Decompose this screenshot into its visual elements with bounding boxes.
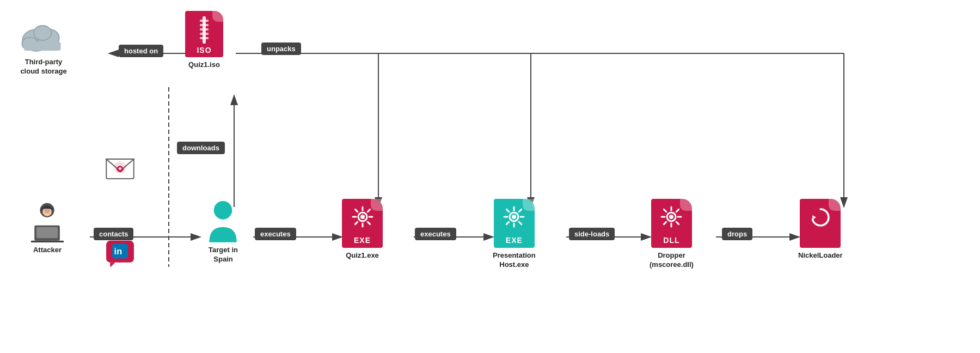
svg-line-66 — [677, 222, 679, 224]
svg-marker-28 — [110, 263, 115, 267]
svg-rect-16 — [24, 42, 61, 51]
target-node: Target in Spain — [204, 199, 242, 264]
dropper-icon: DLL — [651, 199, 692, 248]
executes2-label: executes — [415, 228, 456, 240]
svg-line-45 — [355, 209, 357, 211]
svg-rect-21 — [200, 28, 209, 31]
nickel-loader-icon — [800, 199, 841, 248]
unpacks-label: unpacks — [261, 42, 301, 55]
svg-point-60 — [669, 215, 673, 219]
attacker-label: Attacker — [33, 246, 62, 255]
quiz-exe-label: Quiz1.exe — [346, 251, 379, 260]
svg-line-67 — [677, 209, 679, 211]
svg-line-48 — [355, 222, 357, 224]
email-node — [105, 155, 135, 180]
side-loads-label: side-loads — [569, 228, 615, 240]
cloud-node: Third-party cloud storage — [19, 16, 68, 76]
attacker-icon — [28, 199, 66, 242]
svg-rect-19 — [200, 20, 209, 22]
svg-rect-23 — [200, 37, 209, 39]
pres-host-node: EXE Presentation Host.exe — [493, 199, 536, 270]
cloud-label: Third-party cloud storage — [20, 58, 66, 76]
pres-host-icon: EXE — [494, 199, 535, 248]
svg-marker-69 — [812, 215, 816, 220]
svg-line-46 — [367, 222, 370, 224]
downloads-label: downloads — [177, 142, 225, 154]
svg-line-57 — [519, 209, 522, 211]
pres-host-label: Presentation Host.exe — [493, 251, 536, 270]
iso-file-node: ISO Quiz1.iso — [185, 11, 223, 70]
nickel-loader-label: NickelLoader — [798, 251, 843, 260]
svg-point-37 — [44, 208, 50, 213]
quiz-exe-icon: EXE — [342, 199, 383, 248]
iso-file-label: Quiz1.iso — [188, 60, 220, 70]
attack-chain-diagram: Third-party cloud storage hosted on ISO … — [0, 0, 980, 353]
svg-point-50 — [512, 215, 516, 219]
dropper-label: Dropper (mscoree.dll) — [650, 251, 694, 270]
attacker-node: Attacker — [28, 199, 66, 255]
svg-point-17 — [34, 26, 51, 40]
svg-line-68 — [664, 222, 666, 224]
svg-rect-32 — [36, 227, 58, 239]
svg-line-65 — [664, 209, 666, 211]
nickel-loader-node: NickelLoader — [798, 199, 843, 260]
svg-text:in: in — [114, 246, 122, 256]
svg-rect-33 — [31, 241, 64, 242]
executes1-label: executes — [255, 228, 296, 240]
cloud-icon — [19, 16, 68, 54]
quiz-exe-node: EXE Quiz1.exe — [342, 199, 383, 260]
svg-rect-20 — [200, 24, 209, 26]
svg-point-38 — [214, 201, 232, 220]
iso-file-icon: ISO — [185, 11, 223, 57]
svg-line-47 — [367, 209, 370, 211]
email-icon — [105, 155, 135, 180]
target-label: Target in Spain — [209, 246, 238, 264]
svg-line-55 — [507, 209, 509, 211]
contacts-label: contacts — [94, 228, 133, 240]
linkedin-icon: in — [105, 240, 135, 267]
linkedin-node: in — [105, 240, 135, 267]
svg-line-56 — [519, 222, 522, 224]
svg-point-40 — [360, 215, 365, 219]
person-icon — [204, 199, 242, 242]
hosted-on-label: hosted on — [119, 45, 163, 57]
dropper-node: DLL Dropper (mscoree.dll) — [650, 199, 694, 270]
svg-line-58 — [507, 222, 509, 224]
drops-label: drops — [722, 228, 752, 240]
svg-rect-22 — [200, 33, 209, 35]
